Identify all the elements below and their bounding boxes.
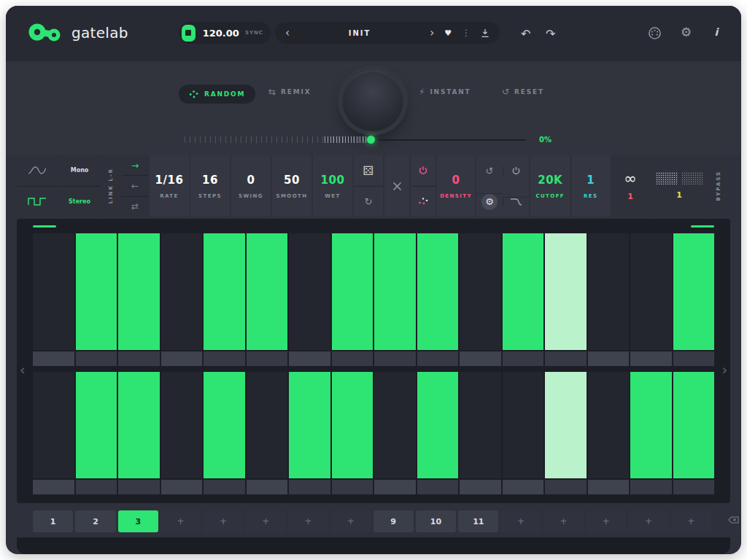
save-preset-icon[interactable] <box>481 28 489 38</box>
step-L-5[interactable] <box>204 233 245 350</box>
stub-L-4[interactable] <box>161 351 203 366</box>
pattern-button-10[interactable]: 10 <box>416 510 456 532</box>
step-L-16[interactable] <box>673 233 715 350</box>
tempo-value[interactable]: 120.00 <box>203 28 239 39</box>
midi-icon[interactable] <box>648 26 662 40</box>
clear-pattern-button[interactable] <box>728 516 739 524</box>
step-L-9[interactable] <box>374 233 416 350</box>
step-L-14[interactable] <box>588 233 630 350</box>
swing-control[interactable]: 0 SWING <box>231 155 271 217</box>
square-wave-button[interactable] <box>17 186 58 217</box>
step-R-10[interactable] <box>417 372 459 478</box>
stub-R-11[interactable] <box>460 480 501 494</box>
stub-L-5[interactable] <box>204 351 245 366</box>
filter-gear-button[interactable]: ⚙ <box>476 193 503 210</box>
stub-L-13[interactable] <box>545 351 587 366</box>
step-L-3[interactable] <box>118 233 160 350</box>
stub-L-8[interactable] <box>332 351 374 366</box>
steps-control[interactable]: 16 STEPS <box>190 155 230 217</box>
stub-R-10[interactable] <box>417 480 459 494</box>
link-lr-toggle[interactable]: LINK L-R <box>101 155 120 217</box>
pattern-button-15[interactable]: + <box>628 510 668 532</box>
favorite-heart-icon[interactable]: ♥ <box>444 29 452 37</box>
direction-pingpong-button[interactable]: ⇄ <box>122 196 148 217</box>
stub-L-11[interactable] <box>460 351 501 366</box>
pattern-button-5[interactable]: + <box>203 510 243 532</box>
pattern-button-6[interactable]: + <box>246 510 286 532</box>
pattern-button-11[interactable]: 11 <box>458 510 498 532</box>
instant-button[interactable]: ⚡ INSTANT <box>419 88 471 96</box>
stub-R-12[interactable] <box>503 480 544 494</box>
mutate-lock-button[interactable] <box>384 155 409 217</box>
step-R-3[interactable] <box>118 372 160 478</box>
stub-R-7[interactable] <box>289 480 330 494</box>
mono-button[interactable]: Mono <box>59 155 100 186</box>
pattern-button-4[interactable]: + <box>160 510 201 532</box>
sync-toggle[interactable]: SYNC <box>245 30 263 36</box>
density-control[interactable]: 0 DENSITY <box>437 155 475 217</box>
stub-R-16[interactable] <box>673 480 715 494</box>
noise-mode-button[interactable]: 1 <box>650 155 708 217</box>
reroll-loop-button[interactable]: ↻ <box>354 186 383 217</box>
filter-slope-button[interactable] <box>503 197 529 206</box>
step-R-7[interactable] <box>289 372 330 478</box>
filter-cycle-button[interactable]: ↺ <box>476 166 503 176</box>
smooth-control[interactable]: 50 SMOOTH <box>272 155 311 217</box>
random-button[interactable]: RANDOM <box>179 85 255 104</box>
step-R-5[interactable] <box>204 372 245 478</box>
settings-gear-icon[interactable]: ⚙ <box>681 26 692 39</box>
stub-R-14[interactable] <box>588 480 630 494</box>
infinity-mode-button[interactable]: ∞ 1 <box>612 155 649 217</box>
loop-end-marker[interactable] <box>691 225 714 228</box>
stub-L-12[interactable] <box>503 351 544 366</box>
step-L-6[interactable] <box>247 233 288 350</box>
undo-button[interactable]: ↶ <box>521 27 530 41</box>
step-R-1[interactable] <box>33 372 74 478</box>
density-scatter-button[interactable] <box>411 186 436 217</box>
pattern-button-3[interactable]: 3 <box>118 510 158 532</box>
page-right-chevron[interactable]: › <box>721 363 727 377</box>
step-R-6[interactable] <box>247 372 288 478</box>
stub-L-3[interactable] <box>118 351 160 366</box>
step-R-16[interactable] <box>673 372 715 478</box>
step-R-12[interactable] <box>503 372 544 478</box>
step-R-4[interactable] <box>161 372 203 478</box>
smooth-wave-button[interactable] <box>17 155 58 186</box>
step-L-11[interactable] <box>460 233 501 350</box>
stub-L-9[interactable] <box>374 351 416 366</box>
stub-L-15[interactable] <box>630 351 672 366</box>
pattern-button-14[interactable]: + <box>586 510 626 532</box>
step-R-2[interactable] <box>76 372 117 478</box>
pattern-button-8[interactable]: + <box>330 510 371 532</box>
stereo-button[interactable]: Stereo <box>59 186 100 217</box>
pattern-button-12[interactable]: + <box>500 510 541 532</box>
stub-R-5[interactable] <box>204 480 245 494</box>
rate-control[interactable]: 1/16 RATE <box>150 155 189 217</box>
step-L-12[interactable] <box>503 233 544 350</box>
preset-menu-icon[interactable]: ⋮ <box>462 28 471 37</box>
step-R-13[interactable] <box>545 372 587 478</box>
cutoff-control[interactable]: 20K CUTOFF <box>530 155 570 217</box>
res-control[interactable]: 1 RES <box>570 155 611 217</box>
slider-handle[interactable] <box>367 136 375 144</box>
stub-L-1[interactable] <box>33 351 74 366</box>
step-R-9[interactable] <box>374 372 416 478</box>
step-L-2[interactable] <box>76 233 117 350</box>
pattern-button-1[interactable]: 1 <box>33 510 73 532</box>
loop-start-marker[interactable] <box>33 225 56 228</box>
step-L-7[interactable] <box>289 233 330 350</box>
density-power-button[interactable] <box>411 155 436 186</box>
stub-R-9[interactable] <box>374 480 416 494</box>
play-stop-button[interactable] <box>182 25 196 42</box>
stub-L-10[interactable] <box>417 351 459 366</box>
stub-R-13[interactable] <box>545 480 587 494</box>
step-R-14[interactable] <box>588 372 630 478</box>
filter-power-button[interactable] <box>503 166 529 176</box>
pattern-button-9[interactable]: 9 <box>374 510 414 532</box>
bypass-toggle[interactable]: BYPASS <box>710 155 727 217</box>
step-R-15[interactable] <box>630 372 672 478</box>
pattern-button-7[interactable]: + <box>288 510 328 532</box>
dice-button[interactable]: ⚄ <box>354 155 383 186</box>
step-R-11[interactable] <box>460 372 501 478</box>
step-L-15[interactable] <box>630 233 672 350</box>
